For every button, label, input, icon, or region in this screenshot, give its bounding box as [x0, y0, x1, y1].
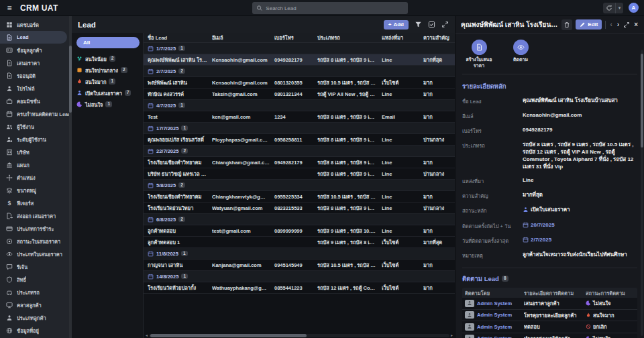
sidebar-item[interactable]: รออนุมัติ — [0, 69, 72, 82]
delete-button[interactable] — [561, 19, 572, 30]
sidebar-item[interactable]: สิทธิ์ — [0, 273, 72, 286]
column-header[interactable]: เบอร์โทร — [274, 34, 317, 42]
sidebar-item[interactable]: ประเภทการชำระ — [0, 222, 72, 235]
lead-row[interactable]: กาญจนา เสาหิน Kanjana@gmail.com 09451459… — [144, 260, 455, 271]
sidebar-item[interactable]: บริษัท — [0, 146, 72, 158]
search-input[interactable] — [266, 5, 404, 11]
group-header[interactable]: 6/8/2025 2 — [144, 214, 455, 225]
group-header[interactable]: 14/8/2025 1 — [144, 271, 455, 282]
sidebar-item[interactable]: โปรไฟล์ — [0, 82, 72, 95]
next-lead-button[interactable]: › — [616, 21, 620, 28]
column-header[interactable]: ชื่อ Lead — [148, 34, 212, 42]
follow-by[interactable]: Admin System — [477, 324, 512, 330]
lead-row[interactable]: โรงเรียนวัดย่วนวิทยา Watyuan@gmail.com 0… — [144, 203, 455, 214]
column-header[interactable]: รายละเอียดการติดตาม — [524, 289, 586, 297]
expand-panel-icon[interactable] — [623, 21, 630, 28]
column-header[interactable]: แหล่งที่มา — [382, 34, 423, 42]
sidebar-item[interactable]: ระดับผู้ใช้งาน — [0, 133, 72, 146]
sidebar-item[interactable]: ครบกำหนดติดตาม Lead — [0, 107, 72, 120]
sidebar-item[interactable]: ประเภทใบเสนอราคา — [0, 247, 72, 260]
expand-table-icon[interactable] — [441, 21, 449, 28]
sidebar-item[interactable]: ข้อมูลที่อยู่ — [0, 324, 72, 337]
horizontal-scrollbar[interactable]: ◂ ▸ — [146, 333, 453, 337]
select-checkbox-icon[interactable] — [428, 21, 435, 28]
sidebar-item[interactable]: คลาสลูกค้า — [0, 298, 72, 311]
panel-body: สร้างใบเสนอ ราคา ติดตาม รายละเอียดหลัก ช… — [455, 33, 644, 338]
sidebar-item-icon — [6, 149, 13, 156]
lead-row[interactable]: พงษ์พิพัฒน์ เสาหิน Kensaohin@gmail.com 0… — [144, 77, 455, 89]
details-section-heading: รายละเอียดหลัก — [462, 81, 637, 91]
lead-row[interactable]: ทักษิณ คงสวรรค์ Taksin@gmail.com 0801321… — [144, 89, 455, 100]
sync-split-button[interactable]: ▾ — [603, 3, 623, 13]
prev-lead-button[interactable]: ‹ — [609, 21, 612, 28]
lead-row[interactable]: ลูกค้าทดสอบ test@gmail.com 0899999999 รถ… — [144, 225, 455, 237]
field-value: เปิดใบเสนอราคา — [523, 206, 637, 215]
sidebar-item[interactable]: แดชบอร์ด — [0, 18, 72, 31]
follow-row[interactable]: Admin System ทำการส่งเมลให้ลูกค้า ไม่สนใ… — [462, 333, 637, 338]
sidebar-item[interactable]: Lead — [0, 31, 67, 44]
sidebar-item[interactable]: ผู้ใช้งาน — [0, 120, 72, 133]
follow-row[interactable]: Admin System โทรคุยรายละเอียดลูกค้า สนใจ… — [462, 310, 637, 322]
group-header[interactable]: 5/8/2025 2 — [144, 180, 455, 191]
lead-row[interactable]: โรงเรียนวัดห้วยปลากั้ง Wathuayphakang@gm… — [144, 282, 455, 294]
column-header[interactable]: สถานะการติดตาม — [586, 289, 643, 297]
lead-row[interactable]: Test ken@gmail.com 1234 รถบัส 8 เมตร , ร… — [144, 111, 455, 123]
sidebar-item[interactable]: ประเภทลูกค้า — [0, 311, 72, 324]
scroll-left-icon[interactable]: ◂ — [146, 333, 148, 337]
group-header[interactable]: 17/7/2025 1 — [144, 123, 455, 134]
sidebar-item[interactable]: ตำแหน่ง — [0, 171, 72, 184]
filter-item[interactable]: สนใจมาก 1 — [76, 76, 140, 87]
panel-scrollbar-thumb[interactable] — [641, 54, 643, 148]
panel-action-button[interactable]: ติดตาม — [505, 40, 536, 69]
filter-item[interactable]: เปิดใบเสนอราคา 7 — [76, 87, 140, 99]
column-header[interactable]: ความสำคัญ — [423, 34, 455, 42]
scroll-right-icon[interactable]: ▸ — [451, 333, 453, 337]
follow-by[interactable]: Admin System — [477, 300, 512, 306]
sidebar-item[interactable]: รีเจ้น — [0, 260, 72, 273]
follow-by[interactable]: Admin System — [477, 335, 512, 338]
column-header[interactable]: ประเภทรถ — [317, 34, 382, 42]
group-header[interactable]: 2/7/2025 2 — [144, 66, 455, 77]
group-header[interactable]: 1/7/2025 1 — [144, 43, 455, 54]
lead-row[interactable]: โรงเรียนเชียงคำวิทยาคม Chiangkham@gmail.… — [144, 157, 455, 168]
filter-icon[interactable] — [415, 21, 422, 28]
filter-item[interactable]: สนใจน้อย 2 — [76, 53, 140, 64]
lead-row[interactable]: โรงเรียนเชียงคำวิทยาคม Chiangkhamvtyk@gm… — [144, 191, 455, 203]
group-header[interactable]: 22/7/2025 2 — [144, 146, 455, 157]
column-header[interactable]: อีเมล์ — [212, 34, 274, 42]
group-header[interactable]: 4/7/2025 1 — [144, 100, 455, 111]
filter-item[interactable]: สนใจปานกลาง 2 — [76, 64, 140, 76]
user-avatar[interactable]: A — [629, 3, 639, 13]
follow-by[interactable]: Admin System — [477, 312, 512, 318]
sidebar-item[interactable]: ขนาดหมู่ — [0, 184, 72, 196]
filter-item[interactable]: ไม่สนใจ 1 — [76, 99, 140, 110]
lead-row[interactable]: บริษัท ธนาวิชญ์ แทรเวล กรุ๊ป ... รถบัส 8… — [144, 168, 455, 180]
sync-caret-icon[interactable]: ▾ — [615, 3, 623, 13]
lead-row[interactable]: คุณพลอยเปภัส เรือนสวัสดิ์ Ployphapas@gma… — [144, 134, 455, 146]
lead-source: Line — [382, 228, 423, 234]
sidebar-item[interactable]: ฟีเจอร์ส — [0, 196, 72, 209]
search-bar[interactable] — [252, 2, 408, 14]
panel-scrollbar[interactable] — [641, 50, 643, 336]
menu-icon[interactable]: ≡ — [0, 3, 19, 13]
follow-row[interactable]: Admin System ทดสอบ ยกเลิก — [462, 321, 637, 333]
group-header[interactable]: 11/8/2025 1 — [144, 248, 455, 260]
lead-row[interactable]: คุณพงษ์พิพัฒน์ เสาหิน โรงเรียนบ้... Kens… — [144, 54, 455, 66]
sync-icon[interactable] — [603, 3, 615, 13]
edit-button[interactable]: Edit — [576, 19, 602, 30]
sidebar-item[interactable]: สถานะใบเสนอราคา — [0, 235, 72, 247]
sidebar-item[interactable]: แผนก — [0, 158, 72, 171]
add-button[interactable]: +Add — [384, 20, 409, 30]
filter-all[interactable]: All — [76, 37, 140, 48]
lead-row[interactable]: ลูกค้าทดสอบ 1 รถบัส 9 เมตร , รถบัส 8 เมต… — [144, 237, 455, 248]
panel-action-button[interactable]: สร้างใบเสนอ ราคา — [464, 40, 494, 69]
close-panel-icon[interactable]: × — [633, 21, 639, 28]
sidebar-item[interactable]: ส่งออก เสนอราคา — [0, 209, 72, 222]
sidebar-item[interactable]: ข้อมูลลูกค้า — [0, 44, 72, 56]
sidebar-item[interactable]: เสนอราคา — [0, 56, 72, 69]
sidebar-item[interactable]: ประเภทรถ — [0, 286, 72, 298]
column-header[interactable]: ติดตามโดย — [465, 289, 524, 297]
follow-row[interactable]: Admin System เสนอราคาลูกค้า ไม่สนใจ — [462, 298, 637, 310]
sidebar-item[interactable]: คอมมิชชั่น — [0, 95, 72, 107]
horizontal-scrollbar-thumb[interactable] — [150, 334, 307, 337]
